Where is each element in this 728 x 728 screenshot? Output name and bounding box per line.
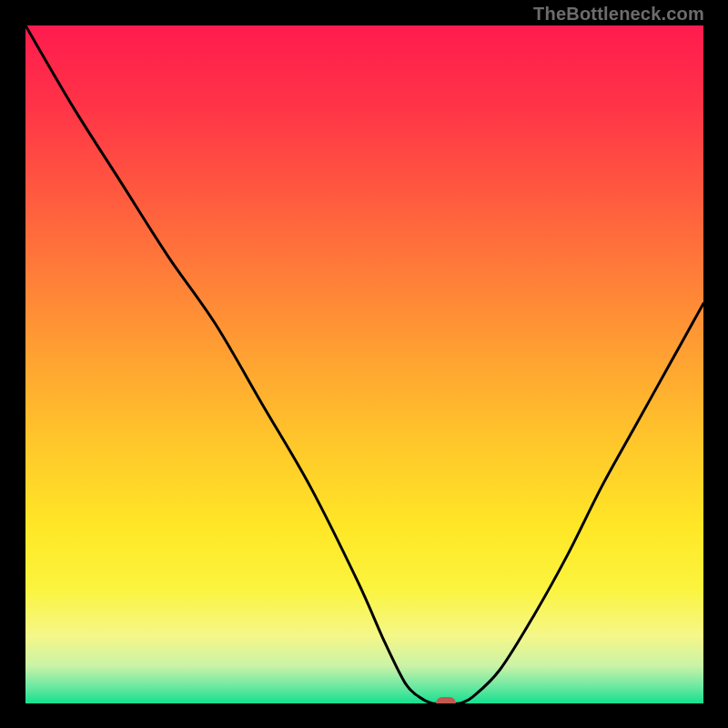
bottleneck-chart: TheBottleneck.com	[0, 0, 728, 728]
plot-area	[25, 25, 703, 703]
bottleneck-marker	[436, 697, 456, 703]
bottleneck-curve	[25, 25, 703, 703]
watermark-text: TheBottleneck.com	[533, 4, 704, 25]
